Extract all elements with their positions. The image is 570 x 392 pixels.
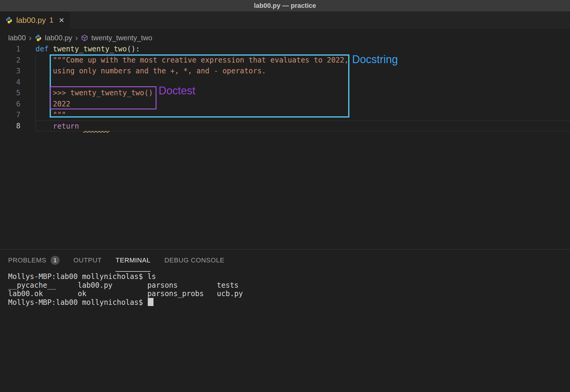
code-text[interactable]: using only numbers and the +, *, and - o… (36, 66, 570, 77)
panel-tab-terminal[interactable]: TERMINAL (116, 250, 150, 272)
line-number: 4 (0, 77, 36, 88)
terminal-cursor (148, 298, 153, 306)
breadcrumb-folder[interactable]: lab00 (8, 34, 26, 42)
line-number: 5 (0, 87, 36, 99)
breadcrumb-symbol[interactable]: twenty_twenty_two (91, 34, 152, 42)
problems-count-badge: 1 (51, 256, 60, 265)
code-line[interactable]: 6 2022 (0, 99, 570, 110)
panel-tab-label: DEBUG CONSOLE (164, 256, 225, 264)
panel-tab-problems[interactable]: PROBLEMS1 (8, 250, 60, 272)
code-line[interactable]: 5 >>> twenty_twenty_two() (0, 87, 570, 99)
chevron-right-icon: › (29, 34, 32, 41)
breadcrumb-file[interactable]: lab00.py (45, 34, 72, 42)
tab-filename: lab00.py (16, 16, 46, 25)
panel-tabs: PROBLEMS1OUTPUTTERMINALDEBUG CONSOLE (0, 250, 570, 272)
code-editor[interactable]: 1def twenty_twenty_two():2 """Come up wi… (0, 44, 570, 249)
panel-tab-output[interactable]: OUTPUT (73, 250, 102, 272)
editor-lines: 1def twenty_twenty_two():2 """Come up wi… (0, 44, 570, 131)
tab-bar: lab00.py 1 × (0, 11, 570, 29)
code-text[interactable]: def twenty_twenty_two(): (36, 44, 570, 55)
code-text[interactable]: """Come up with the most creative expres… (36, 55, 570, 66)
code-text[interactable]: >>> twenty_twenty_two() (36, 87, 570, 99)
docstring-annotation-label: Docstring (352, 53, 398, 66)
terminal-prompt: Mollys-MBP:lab00 mollynicholas$ (8, 298, 147, 307)
code-line[interactable]: 1def twenty_twenty_two(): (0, 44, 570, 55)
line-number: 8 (0, 121, 36, 132)
terminal-output: Mollys-MBP:lab00 mollynicholas$ ls__pyca… (8, 272, 570, 307)
window-title: lab00.py — practice (254, 2, 316, 10)
symbol-cube-icon (81, 34, 88, 41)
window-titlebar: lab00.py — practice (0, 0, 570, 11)
line-number: 2 (0, 55, 36, 66)
editor-tab-lab00[interactable]: lab00.py 1 × (0, 11, 70, 29)
code-text[interactable]: """ (36, 109, 570, 121)
terminal-line: Mollys-MBP:lab00 mollynicholas$ ls (8, 272, 570, 281)
python-file-icon (5, 17, 13, 24)
panel-tab-label: PROBLEMS (8, 256, 46, 264)
breadcrumb: lab00 › lab00.py › twenty_twenty_two (0, 29, 570, 44)
chevron-right-icon: › (75, 34, 78, 41)
python-file-icon (35, 34, 42, 41)
panel-tab-label: TERMINAL (116, 256, 150, 264)
vscode-window: lab00.py — practice lab00.py 1 × lab00 ›… (0, 0, 570, 392)
code-text[interactable]: 2022 (36, 99, 570, 110)
code-line[interactable]: 8 return (0, 121, 570, 132)
doctest-annotation-label: Doctest (159, 84, 195, 97)
terminal[interactable]: Mollys-MBP:lab00 mollynicholas$ ls__pyca… (0, 272, 570, 307)
code-text[interactable] (36, 77, 570, 88)
terminal-line: lab00.ok ok parsons_probs ucb.py (8, 289, 570, 298)
code-line[interactable]: 3 using only numbers and the +, *, and -… (0, 66, 570, 77)
line-number: 6 (0, 99, 36, 110)
line-number: 1 (0, 44, 36, 55)
code-line[interactable]: 2 """Come up with the most creative expr… (0, 55, 570, 66)
panel-tab-debug-console[interactable]: DEBUG CONSOLE (164, 250, 225, 272)
close-icon[interactable]: × (59, 16, 64, 25)
terminal-line: __pycache__ lab00.py parsons tests (8, 281, 570, 290)
indent-guide (36, 55, 36, 131)
terminal-prompt-line: Mollys-MBP:lab00 mollynicholas$ (8, 298, 570, 307)
line-number: 7 (0, 109, 36, 121)
code-text[interactable]: return (36, 121, 570, 132)
panel-tab-label: OUTPUT (73, 256, 102, 264)
bottom-panel: PROBLEMS1OUTPUTTERMINALDEBUG CONSOLE Mol… (0, 249, 570, 392)
tab-problem-badge: 1 (49, 16, 53, 24)
code-line[interactable]: 4 (0, 77, 570, 88)
line-number: 3 (0, 66, 36, 77)
code-line[interactable]: 7 """ (0, 109, 570, 121)
